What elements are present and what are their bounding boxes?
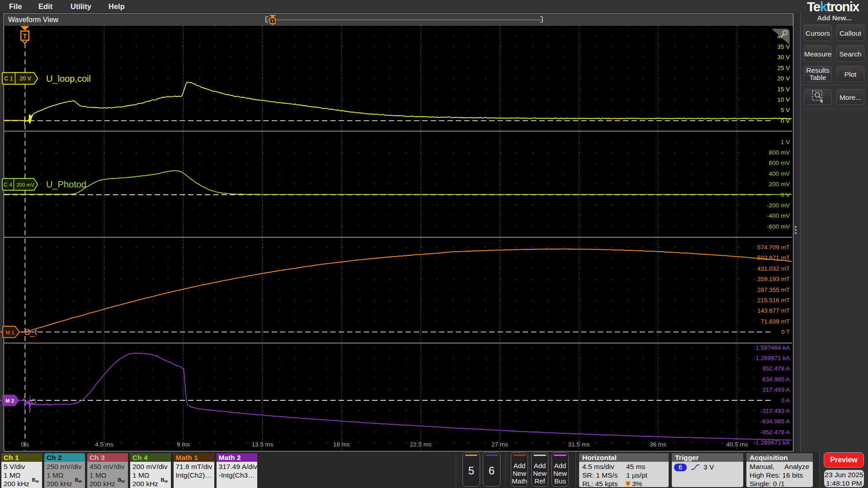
- svg-text:143.677 mT: 143.677 mT: [757, 307, 790, 314]
- svg-text:0 T: 0 T: [781, 328, 790, 335]
- svg-text:40.5 ms: 40.5 ms: [726, 441, 748, 448]
- svg-text:287.355 mT: 287.355 mT: [757, 286, 790, 293]
- svg-text:400 mV: 400 mV: [769, 170, 790, 177]
- svg-text:T: T: [627, 482, 629, 486]
- svg-text:-200 mV: -200 mV: [767, 202, 790, 209]
- svg-text:10 V: 10 V: [777, 96, 790, 103]
- svg-text:25 V: 25 V: [777, 65, 790, 71]
- svg-text:1 V: 1 V: [781, 139, 790, 145]
- svg-text:31.5 ms: 31.5 ms: [568, 441, 590, 448]
- svg-text:18 ms: 18 ms: [333, 441, 350, 448]
- svg-text:30 V: 30 V: [777, 54, 790, 61]
- svg-text:U_loop,coil: U_loop,coil: [46, 74, 91, 84]
- svg-text:-634.985 A: -634.985 A: [760, 418, 790, 425]
- svg-text:634.985 A: 634.985 A: [762, 376, 790, 383]
- svg-text:U_Photod: U_Photod: [46, 179, 86, 190]
- svg-text:T: T: [23, 33, 27, 40]
- svg-text:359.193 mT: 359.193 mT: [757, 276, 790, 282]
- svg-text:20 V: 20 V: [19, 75, 31, 82]
- svg-text:317.493 A: 317.493 A: [762, 386, 790, 393]
- svg-text:200 mV: 200 mV: [16, 182, 34, 188]
- svg-text:B_t: B_t: [24, 327, 37, 337]
- svg-text:M 2: M 2: [5, 398, 14, 404]
- svg-text:C 4: C 4: [4, 182, 13, 188]
- svg-text:9 ms: 9 ms: [177, 441, 190, 448]
- svg-text:1.269971 kA: 1.269971 kA: [755, 355, 790, 361]
- svg-text:431.032 mT: 431.032 mT: [757, 265, 790, 272]
- svg-text:574.709 mT: 574.709 mT: [757, 244, 790, 251]
- svg-text:800 mV: 800 mV: [769, 149, 790, 156]
- svg-text:20 V: 20 V: [777, 75, 790, 82]
- svg-text:5 V: 5 V: [781, 107, 790, 113]
- svg-text:-1.269971 kA: -1.269971 kA: [754, 439, 790, 446]
- svg-text:C 1: C 1: [4, 75, 13, 82]
- svg-text:13.5 ms: 13.5 ms: [251, 441, 273, 448]
- svg-text:952.478 A: 952.478 A: [762, 365, 790, 372]
- svg-text:600 mV: 600 mV: [769, 160, 790, 166]
- svg-text:-952.478 A: -952.478 A: [760, 429, 790, 436]
- svg-text:M 1: M 1: [5, 330, 14, 335]
- svg-text:4.5 ms: 4.5 ms: [95, 441, 113, 448]
- svg-text:0 s: 0 s: [21, 441, 29, 448]
- svg-text:215.516 mT: 215.516 mT: [757, 297, 790, 304]
- svg-text:1.587464 kA: 1.587464 kA: [755, 344, 790, 351]
- svg-text:-317.493 A: -317.493 A: [760, 408, 790, 414]
- svg-text:36 ms: 36 ms: [650, 441, 666, 448]
- svg-text:35 V: 35 V: [777, 43, 790, 50]
- svg-text:27 ms: 27 ms: [491, 441, 508, 448]
- svg-text:-400 mV: -400 mV: [767, 212, 790, 219]
- svg-text:15 V: 15 V: [777, 86, 790, 93]
- svg-text:71.839 mT: 71.839 mT: [760, 318, 790, 325]
- svg-text:0 A: 0 A: [781, 397, 790, 404]
- svg-text:200 mV: 200 mV: [769, 181, 790, 188]
- svg-text:22.5 ms: 22.5 ms: [410, 441, 431, 448]
- svg-text:-600 mV: -600 mV: [767, 223, 790, 230]
- svg-text:T: T: [271, 19, 274, 23]
